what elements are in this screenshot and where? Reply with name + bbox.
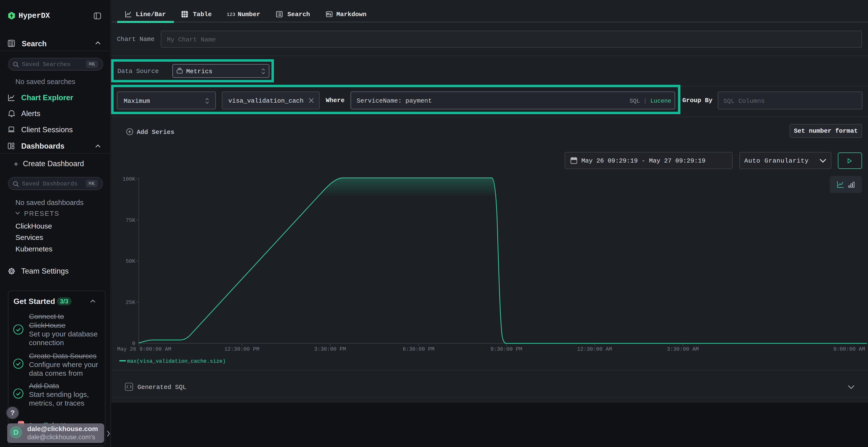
svg-text:12:30:00 AM: 12:30:00 AM — [577, 346, 612, 352]
svg-text:9:00:00 AM: 9:00:00 AM — [833, 346, 865, 352]
svg-text:max(visa_validation_cache.size: max(visa_validation_cache.size) — [127, 358, 226, 365]
svg-text:100K: 100K — [123, 176, 135, 182]
svg-text:May 26 9:00:00 AM: May 26 9:00:00 AM — [117, 346, 171, 352]
svg-text:3:30:00 PM: 3:30:00 PM — [314, 346, 346, 352]
svg-text:75K: 75K — [126, 217, 135, 224]
svg-text:6:30:00 PM: 6:30:00 PM — [403, 346, 434, 352]
svg-text:0: 0 — [132, 341, 135, 347]
svg-text:9:30:00 PM: 9:30:00 PM — [490, 346, 522, 352]
svg-text:12:30:00 PM: 12:30:00 PM — [224, 346, 259, 352]
svg-text:25K: 25K — [126, 300, 135, 306]
svg-text:50K: 50K — [126, 259, 135, 265]
svg-text:3:30:00 AM: 3:30:00 AM — [667, 346, 699, 352]
